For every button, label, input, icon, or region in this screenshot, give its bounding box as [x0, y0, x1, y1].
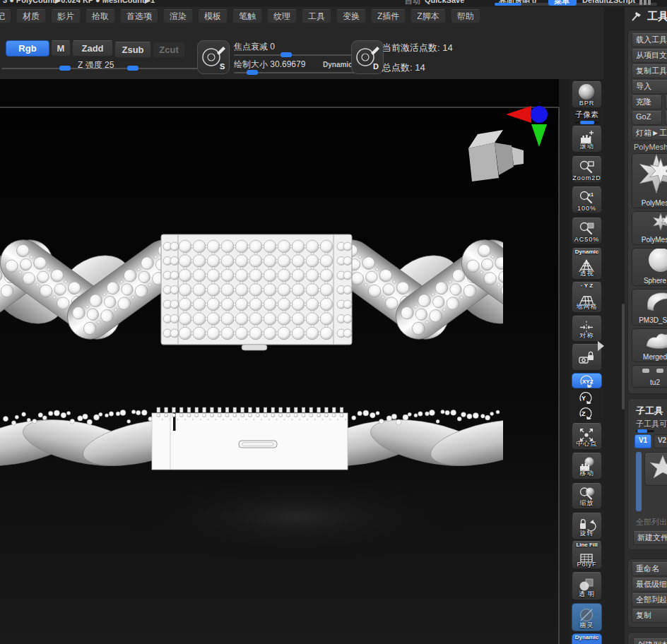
floor-grid-button-caption: 地网格	[572, 302, 601, 311]
bpr-render-button[interactable]: BPR	[572, 81, 602, 108]
load-tool-button[interactable]: 载入工具	[632, 33, 667, 47]
menu-item-6[interactable]: 渲染	[163, 9, 193, 23]
menu-item-8[interactable]: 笔触	[232, 9, 262, 23]
svg-text:Y: Y	[582, 395, 586, 402]
tool-thumb-polymesh-star-large[interactable]: PolyMes	[632, 153, 667, 208]
menu-item-9[interactable]: 纹理	[267, 9, 297, 23]
rotate-button-caption: 旋转	[572, 529, 601, 538]
actual-size-button[interactable]: x1100%	[572, 186, 602, 213]
lowest-subdiv-button[interactable]: 最低级细分	[632, 578, 667, 592]
rgb-button[interactable]: Rgb	[6, 40, 49, 56]
menu-item-2[interactable]: 材质	[16, 9, 46, 23]
total-points-count: 总点数: 14	[382, 61, 425, 74]
subtool-item-star[interactable]	[644, 452, 667, 486]
subtool-tab-v2[interactable]: V2	[654, 434, 667, 448]
tool-thumb-tu2-caption: tu2	[632, 378, 667, 386]
from-project-button[interactable]: 从项目文件	[632, 49, 667, 63]
menu-item-13[interactable]: Z脚本	[411, 9, 445, 23]
zadd-button[interactable]: Zadd	[72, 40, 113, 56]
subtool-visibility-label: 子工具可见	[636, 419, 667, 429]
polyframe-button[interactable]: Line FillPolyF	[572, 541, 602, 569]
subpixel-slider[interactable]	[575, 121, 598, 124]
z-intensity-label: Z 强度 25	[78, 59, 114, 71]
scale-button[interactable]: 缩放	[572, 483, 602, 509]
new-folder-button[interactable]: 新建文件夹	[633, 531, 667, 545]
menu-item-1[interactable]: 记	[0, 9, 11, 23]
goz-button[interactable]: GoZ	[632, 111, 662, 125]
clone-button[interactable]: 克隆	[632, 95, 662, 109]
subtool-version-tabs: V1V2V3	[634, 434, 667, 448]
subtool-list-scrollbar[interactable]	[636, 452, 642, 511]
rotate-z-button[interactable]: Z	[572, 406, 602, 421]
quicksave-button[interactable]: QuickSave	[425, 0, 464, 4]
copy-subtool-button[interactable]: 复制	[632, 609, 667, 623]
menu-item-5[interactable]: 首选项	[120, 9, 158, 23]
lightbox-tool-button[interactable]: 灯箱►工具	[632, 126, 667, 141]
duplicate-button[interactable]: 创建副本	[633, 638, 667, 644]
rotate-y-button[interactable]: Y	[572, 390, 602, 405]
local-symmetry-button[interactable]: 对称	[572, 316, 602, 342]
menu-item-12[interactable]: Z插件	[371, 9, 406, 23]
ghost-button[interactable]: 幽灵	[572, 603, 602, 631]
z-intensity-slider-handle[interactable]	[127, 66, 138, 71]
subtool-tab-v1[interactable]: V1	[634, 434, 651, 448]
right-shelf: BPR子像素滚动Zoom2Dx1100%AC50%Dynamic透视· Y Z地…	[569, 79, 604, 644]
rename-button[interactable]: 重命名	[632, 562, 667, 576]
perspective-button[interactable]: Dynamic透视	[572, 248, 602, 280]
viewport-canvas[interactable]	[0, 79, 569, 644]
draw-size-label: 绘制大小 30.69679	[234, 59, 305, 71]
tool-thumb-tu2[interactable]: tu2	[632, 365, 667, 388]
dynamic-size-toggle[interactable]: Dynamic	[323, 61, 353, 68]
scroll-button[interactable]: 滚动	[572, 126, 602, 153]
panel-divider-arrow-icon[interactable]	[598, 341, 609, 351]
panel-bars-icon[interactable]	[639, 0, 658, 5]
menu-item-7[interactable]: 模板	[198, 9, 228, 23]
tool-thumb-merged-caption: Merged	[632, 353, 667, 361]
tool-section: 载入工具 从项目文件 复制工具 导入 克隆 生成PolyMesh3D GoZ 全…	[627, 30, 667, 394]
import-button[interactable]: 导入	[632, 80, 667, 94]
rotate-button[interactable]: 旋转	[572, 513, 602, 539]
draw-size-slider[interactable]	[234, 72, 358, 73]
stroke-brush-button[interactable]: S	[197, 40, 230, 74]
menu-bar: 记材质影片拾取首选项渲染模板笔触纹理工具变换Z插件Z脚本帮助	[0, 7, 603, 25]
subtool-visibility-slider[interactable]	[636, 430, 654, 432]
list-all-button[interactable]: 全部列出	[636, 517, 667, 527]
tool-thumb-sphere[interactable]: Sphere	[632, 248, 667, 286]
subtool-title: 子工具	[636, 405, 667, 417]
menu-item-10[interactable]: 工具	[302, 9, 331, 23]
tool-thumb-polymesh-star-small[interactable]: PolyMes	[632, 211, 667, 245]
perspective-button-caption: 透视	[572, 269, 601, 278]
tool-palette-title: 工具	[647, 10, 667, 23]
duplicate-box: 创建副本	[627, 632, 667, 644]
tool-thumb-polymesh-star-large-caption: PolyMes	[632, 199, 667, 207]
menu-item-14[interactable]: 帮助	[451, 9, 480, 23]
zsub-button[interactable]: Zsub	[114, 42, 151, 58]
solo-button-top-label: Dynamic	[572, 634, 601, 640]
tool-thumb-merged[interactable]: Merged	[632, 328, 667, 362]
menu-item-11[interactable]: 变换	[336, 9, 366, 23]
menu-item-4[interactable]: 拾取	[85, 9, 115, 23]
subtool-actions: 重命名 最低级细分 全部到起始 复制	[627, 559, 667, 628]
scroll-button-caption: 滚动	[572, 142, 601, 151]
tool-thumb-pm3d-sp[interactable]: PM3D_Sp	[632, 289, 667, 326]
zoom2d-button[interactable]: Zoom2D	[572, 156, 602, 183]
solo-button[interactable]: Dynamic	[572, 633, 602, 644]
zcut-button[interactable]: Zcut	[153, 42, 185, 58]
aa-half-button-caption: AC50%	[572, 236, 601, 243]
menu-item-3[interactable]: 影片	[51, 9, 81, 23]
move-button[interactable]: 移动	[572, 453, 602, 479]
m-button[interactable]: M	[51, 40, 71, 56]
svg-text:D: D	[373, 62, 379, 71]
floor-grid-button[interactable]: · Y Z地网格	[572, 282, 602, 313]
rotate-xyz-button[interactable]: XYZ	[572, 373, 602, 388]
subtool-list	[634, 452, 667, 513]
copy-tool-button[interactable]: 复制工具	[632, 64, 667, 78]
focal-shift-slider[interactable]	[234, 54, 358, 56]
draw-size-brush-button[interactable]: D	[351, 40, 384, 74]
menu-button[interactable]: 菜单	[548, 0, 577, 6]
local-symmetry-button-caption: 对称	[572, 331, 601, 340]
transparency-button[interactable]: 透 明	[572, 572, 602, 600]
frame-center-button[interactable]: 中心点	[572, 423, 602, 450]
aa-half-button[interactable]: AC50%	[572, 217, 602, 244]
all-to-start-button[interactable]: 全部到起始	[632, 593, 667, 607]
